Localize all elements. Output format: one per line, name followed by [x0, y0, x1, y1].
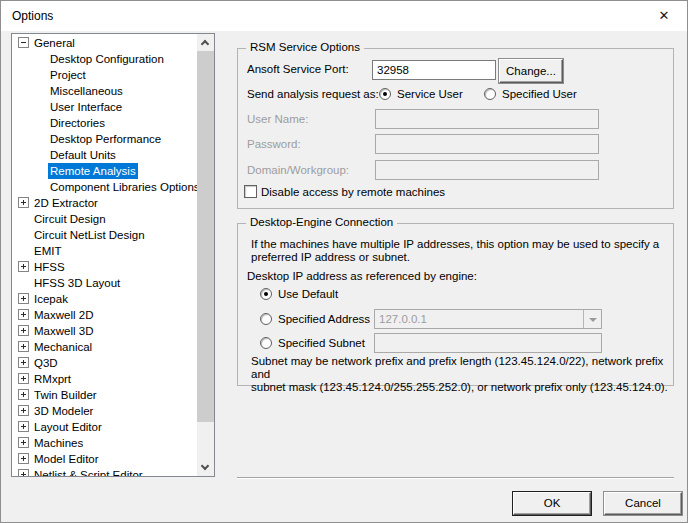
- plus-icon[interactable]: [18, 197, 29, 208]
- tree-item[interactable]: RMxprt: [12, 371, 214, 387]
- rsm-service-options-group: RSM Service Options Ansoft Service Port:…: [237, 48, 674, 209]
- tree-item-label[interactable]: Remote Analysis: [48, 163, 138, 179]
- tree-item[interactable]: Desktop Configuration: [12, 51, 214, 67]
- disable-remote-access-label[interactable]: Disable access by remote machines: [261, 185, 445, 199]
- tree-item-label[interactable]: General: [32, 35, 77, 51]
- tree-item-label[interactable]: Machines: [32, 435, 85, 451]
- tree-item-label[interactable]: Mechanical: [32, 339, 94, 355]
- tree-item-label[interactable]: Maxwell 3D: [32, 323, 95, 339]
- specified-user-radio-label[interactable]: Specified User: [502, 87, 577, 101]
- close-icon[interactable]: ✕: [647, 1, 681, 31]
- plus-icon[interactable]: [18, 405, 29, 416]
- tree-item-label[interactable]: Maxwell 2D: [32, 307, 95, 323]
- tree-item-label[interactable]: Model Editor: [32, 451, 101, 467]
- tree-item[interactable]: HFSS: [12, 259, 214, 275]
- use-default-radio-label[interactable]: Use Default: [278, 287, 338, 301]
- plus-icon[interactable]: [18, 389, 29, 400]
- tree-item[interactable]: Remote Analysis: [12, 163, 214, 179]
- plus-icon[interactable]: [18, 293, 29, 304]
- tree-item[interactable]: HFSS 3D Layout: [12, 275, 214, 291]
- tree-item[interactable]: Layout Editor: [12, 419, 214, 435]
- tree-item[interactable]: Maxwell 3D: [12, 323, 214, 339]
- tree-item[interactable]: Machines: [12, 435, 214, 451]
- tree-item[interactable]: 3D Modeler: [12, 403, 214, 419]
- tree-item[interactable]: Component Libraries Options: [12, 179, 214, 195]
- tree-item-label[interactable]: Desktop Configuration: [48, 51, 166, 67]
- tree-item[interactable]: Twin Builder: [12, 387, 214, 403]
- tree-item[interactable]: Circuit Design: [12, 211, 214, 227]
- tree-item[interactable]: Netlist & Script Editor: [12, 467, 214, 477]
- tree-item-label[interactable]: Miscellaneous: [48, 83, 125, 99]
- disable-remote-access-checkbox[interactable]: [244, 185, 257, 198]
- tree-item-label[interactable]: Layout Editor: [32, 419, 104, 435]
- tree-item-label[interactable]: Icepak: [32, 291, 70, 307]
- tree-item[interactable]: Default Units: [12, 147, 214, 163]
- tree-item-label[interactable]: Circuit Design: [32, 211, 108, 227]
- use-default-radio[interactable]: [260, 288, 272, 300]
- change-port-button[interactable]: Change...: [499, 59, 563, 83]
- specified-address-radio[interactable]: [260, 313, 272, 325]
- service-user-radio[interactable]: [379, 88, 391, 100]
- tree-item[interactable]: EMIT: [12, 243, 214, 259]
- tree-item[interactable]: Project: [12, 67, 214, 83]
- tree-item[interactable]: Circuit NetList Design: [12, 227, 214, 243]
- tree-item[interactable]: Directories: [12, 115, 214, 131]
- plus-icon[interactable]: [18, 453, 29, 464]
- tree-rows: GeneralDesktop ConfigurationProjectMisce…: [12, 34, 214, 476]
- cancel-button[interactable]: Cancel: [604, 492, 682, 515]
- tree-item[interactable]: Q3D: [12, 355, 214, 371]
- tree-item-label[interactable]: HFSS: [32, 259, 67, 275]
- tree-item[interactable]: Icepak: [12, 291, 214, 307]
- tree-item-label[interactable]: Project: [48, 67, 88, 83]
- tree-item-label[interactable]: HFSS 3D Layout: [32, 275, 122, 291]
- tree-item-label[interactable]: Circuit NetList Design: [32, 227, 147, 243]
- tree-item-label[interactable]: 2D Extractor: [32, 195, 100, 211]
- tree-item-label[interactable]: Desktop Performance: [48, 131, 163, 147]
- tree-item[interactable]: Maxwell 2D: [12, 307, 214, 323]
- plus-icon[interactable]: [18, 309, 29, 320]
- tree-item[interactable]: 2D Extractor: [12, 195, 214, 211]
- tree-item[interactable]: Desktop Performance: [12, 131, 214, 147]
- tree-item-label[interactable]: Component Libraries Options: [48, 179, 202, 195]
- tree-item-label[interactable]: RMxprt: [32, 371, 73, 387]
- scroll-up-button[interactable]: [197, 34, 214, 51]
- engine-intro-text: If the machines have multiple IP address…: [251, 238, 665, 264]
- tree-item-label[interactable]: User Interface: [48, 99, 124, 115]
- tree-item[interactable]: Model Editor: [12, 451, 214, 467]
- tree-item-label[interactable]: Twin Builder: [32, 387, 99, 403]
- tree-item-label[interactable]: Default Units: [48, 147, 118, 163]
- tree-item[interactable]: User Interface: [12, 99, 214, 115]
- ok-button[interactable]: OK: [513, 492, 591, 515]
- tree-item-label[interactable]: Netlist & Script Editor: [32, 467, 145, 477]
- plus-icon[interactable]: [18, 325, 29, 336]
- plus-icon[interactable]: [18, 357, 29, 368]
- plus-icon[interactable]: [18, 469, 29, 477]
- tree-scrollbar[interactable]: [197, 34, 214, 476]
- specified-address-value: 127.0.0.1: [379, 310, 427, 328]
- plus-icon[interactable]: [18, 373, 29, 384]
- combobox-dropdown-button: [583, 310, 601, 328]
- tree-item-label[interactable]: Directories: [48, 115, 107, 131]
- plus-icon[interactable]: [18, 341, 29, 352]
- options-tree[interactable]: GeneralDesktop ConfigurationProjectMisce…: [11, 33, 215, 477]
- tree-item-label[interactable]: EMIT: [32, 243, 63, 259]
- service-user-radio-label[interactable]: Service User: [397, 87, 463, 101]
- plus-icon[interactable]: [18, 421, 29, 432]
- specified-user-radio[interactable]: [484, 88, 496, 100]
- domain-workgroup-label: Domain/Workgroup:: [247, 163, 349, 177]
- tree-item-label[interactable]: Q3D: [32, 355, 60, 371]
- plus-icon[interactable]: [18, 437, 29, 448]
- tree-item[interactable]: General: [12, 35, 214, 51]
- specified-subnet-radio-label[interactable]: Specified Subnet: [278, 336, 365, 350]
- user-name-input: [375, 109, 599, 129]
- specified-address-radio-label[interactable]: Specified Address: [278, 312, 370, 326]
- minus-icon[interactable]: [18, 37, 29, 48]
- plus-icon[interactable]: [18, 261, 29, 272]
- scroll-down-button[interactable]: [197, 459, 214, 476]
- specified-subnet-radio[interactable]: [260, 337, 272, 349]
- tree-item[interactable]: Mechanical: [12, 339, 214, 355]
- scrollbar-thumb[interactable]: [197, 51, 214, 422]
- service-port-input[interactable]: [372, 60, 496, 80]
- tree-item[interactable]: Miscellaneous: [12, 83, 214, 99]
- tree-item-label[interactable]: 3D Modeler: [32, 403, 95, 419]
